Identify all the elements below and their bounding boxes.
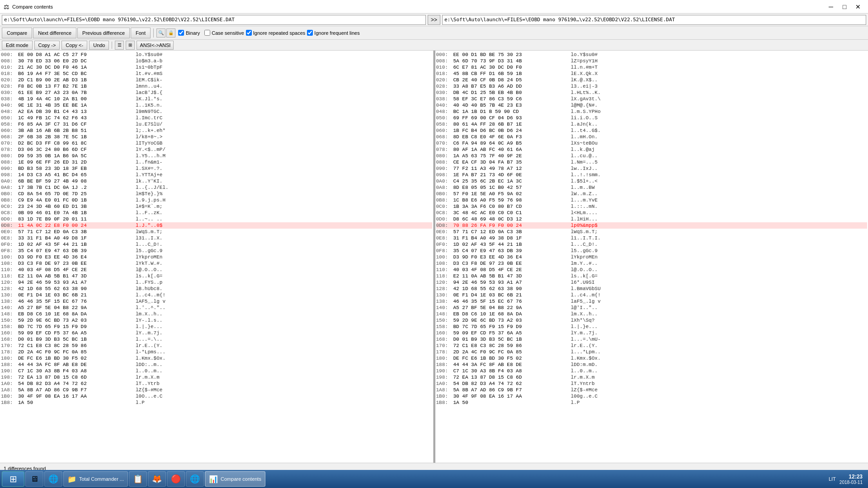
case-sensitive-label[interactable]: Case sensitive: [204, 30, 244, 36]
hex-ascii: lYkproMEn: [136, 254, 162, 260]
taskbar-item-5[interactable]: 🔴: [167, 471, 185, 487]
hex-bytes: 6C E7 81 AC 30 DC D0 F0: [453, 64, 571, 70]
start-button[interactable]: ⊞: [2, 471, 24, 487]
taskbar-item-total-commander[interactable]: 📁 Total Commander ...: [63, 471, 128, 487]
taskbar-item-6[interactable]: 🌐: [186, 471, 204, 487]
copy-left-button[interactable]: Copy <-: [61, 41, 87, 50]
hex-bytes: 45 8B CB FF D1 6B 59 1B: [453, 70, 571, 77]
next-difference-button[interactable]: Next difference: [33, 28, 76, 38]
hex-ascii: l..k.@aj: [571, 146, 595, 153]
hex-ascii: ls..k[.G=: [571, 273, 598, 279]
hex-line: 0C0: 1B 3A 3A F6 C0 80 B7 CD l.::..mN.: [436, 203, 868, 210]
minimize-button[interactable]: ─: [825, 2, 837, 11]
hex-ascii: l.|.}e...: [136, 324, 162, 330]
ignore-frequent-label[interactable]: Ignore frequent lines: [307, 30, 359, 36]
close-button[interactable]: ✕: [852, 2, 864, 11]
hex-line: 090: BD B3 58 23 3D 18 3F EB l.SX#=.?.: [1, 165, 432, 172]
hex-line: 1A0: 54 DB 82 D3 A4 74 72 62 lT..Ytrb: [1, 380, 432, 387]
maximize-button[interactable]: □: [838, 2, 851, 11]
hex-ascii: lX.gAv3t.\: [571, 96, 601, 102]
hex-ascii: lXs~teBOu: [571, 140, 598, 146]
swap-paths-button[interactable]: >>: [428, 15, 440, 25]
hex-ascii: lu.E7SlU/: [136, 121, 162, 127]
hex-line: 188: 44 44 3A FC 8F AB E8 DE lDD:m.mD.: [436, 361, 868, 368]
edit-mode-button[interactable]: Edit mode: [2, 41, 33, 50]
hex-ascii: l..0..m..: [571, 368, 598, 374]
hex-address: 0B8:: [1, 197, 18, 203]
ignore-frequent-checkbox[interactable]: [307, 30, 313, 36]
hex-bytes: 70 88 26 FA F9 F0 00 24: [453, 222, 571, 229]
hex-ascii: l9mN9TGC.: [136, 108, 162, 115]
hex-line: 040: 9E 1E 31 4B 35 EE BE 1A l..1K5.n.: [1, 102, 432, 108]
hex-address: 080:: [436, 153, 453, 159]
hex-bytes: 4B 19 4A 4C 10 2A B1 00: [18, 96, 136, 102]
ansi-button[interactable]: ANSI<->ANSI: [137, 41, 174, 50]
hex-bytes: CE EA CF 3D 04 FA B7 35: [453, 159, 571, 165]
copy-right-button[interactable]: Copy ->: [34, 41, 60, 50]
hex-bytes: 3B AB 16 AB 6B 2B B8 51: [18, 127, 136, 134]
binary-checkbox[interactable]: [178, 30, 184, 36]
hex-address: 158:: [1, 324, 18, 330]
hex-bytes: 9E 1E 31 4B 35 EE BE 1A: [18, 102, 136, 108]
taskbar-item-4[interactable]: 🦊: [148, 471, 166, 487]
hex-ascii: l...C_D!.: [571, 241, 598, 248]
hex-address: 178:: [1, 349, 18, 355]
view-icon2[interactable]: ⊞: [126, 41, 135, 50]
hex-address: 040:: [436, 102, 453, 108]
case-sensitive-checkbox[interactable]: [204, 30, 210, 36]
hex-ascii: l..~.. ..: [136, 216, 162, 222]
view-icon1[interactable]: ☰: [115, 41, 124, 50]
hex-ascii: l31..I.X.: [136, 235, 162, 241]
hex-address: 190:: [436, 368, 453, 374]
hex-line: 028: F8 BC 0B 13 F7 B2 7E 1B lmnn..u4.: [1, 83, 432, 89]
hex-address: 048:: [436, 108, 453, 115]
hex-ascii: l.|.}e...: [571, 324, 598, 330]
hex-ascii: lp0%&mpp$: [571, 222, 598, 229]
hex-line: 050: 1C 49 FB 1C 74 62 F6 43 l.Imc.trC: [1, 115, 432, 121]
hex-line: 180: DE FC E6 1B BD 30 F5 02 l.Kmx.$Ox.: [436, 355, 868, 361]
left-path-input[interactable]: [2, 15, 426, 25]
hex-line: 0E8: 33 31 F1 B4 A0 49 D8 1F l31..I.X.: [1, 235, 432, 241]
toolbar-icon2[interactable]: 🔒: [166, 28, 175, 38]
hex-address: 0C8:: [1, 210, 18, 216]
ignore-spaces-checkbox[interactable]: [246, 30, 252, 36]
hex-line: 1B0: 30 4F 9F 08 EA 16 17 AA l00g..e.C: [436, 393, 868, 399]
hex-address: 008:: [436, 58, 453, 64]
hex-ascii: l.9.j.ps.H: [136, 197, 165, 203]
undo-button[interactable]: Undo: [89, 41, 109, 50]
hex-bytes: D3 9D F0 E3 EE 4D 36 E4: [18, 254, 136, 260]
taskbar-item-compare[interactable]: 📊 Compare contents: [205, 471, 265, 487]
taskbar-item-3[interactable]: 📋: [129, 471, 147, 487]
hex-address: 040:: [1, 102, 18, 108]
hex-line: 020: CB 2E 40 CF 0B D8 24 D5 lK.@.X$..: [436, 77, 868, 83]
hex-bytes: 59 2D 9E 6C BD 73 A2 03: [18, 317, 136, 324]
hex-ascii: lt.#v.#mS: [136, 70, 162, 77]
previous-difference-button[interactable]: Previous difference: [77, 28, 130, 38]
hex-address: 108:: [1, 260, 18, 267]
hex-ascii: li.i.O..S: [571, 115, 598, 121]
hex-bytes: 54 DB 82 D3 A4 74 72 62: [453, 380, 571, 387]
hex-ascii: l.::..mN.: [571, 203, 598, 210]
taskbar-item-1[interactable]: 🌐: [44, 471, 62, 487]
compare-button[interactable]: Compare: [2, 28, 32, 38]
hex-bytes: 30 4F 9F 08 EA 16 17 AA: [18, 393, 136, 399]
toolbar-icon1[interactable]: 🔍: [156, 28, 165, 38]
hex-line: 040: 40 4D 40 B5 7B 4E 23 E3 l@M@.{N#.: [436, 102, 868, 108]
left-hex-content[interactable]: 000: EE 00 D8 A1 AC C5 27 F9 lo.Y$su0#00…: [0, 51, 433, 463]
hex-ascii: l#$=K`.m;: [136, 203, 162, 210]
ignore-spaces-label[interactable]: Ignore repeated spaces: [246, 30, 306, 36]
hex-bytes: D9 59 35 0B 1A B6 9A 5C: [18, 153, 136, 159]
hex-ascii: l...=.\..: [136, 336, 162, 343]
hex-bytes: 14 D3 C3 A5 41 BC D4 65: [18, 172, 136, 178]
right-path-input[interactable]: [442, 15, 866, 25]
taskbar-item-0[interactable]: 🖥: [25, 471, 43, 487]
hex-bytes: F6 85 AA 3F C7 31 D6 CF: [18, 121, 136, 127]
hex-bytes: 44 44 3A FC 8F AB E8 DE: [18, 361, 136, 368]
hex-line: 110: 40 03 4F 08 D5 4F CE 2E l@.O..O..: [1, 267, 432, 273]
hex-line: 190: C7 1C 30 A3 8B F4 03 A8 l..0..m..: [1, 368, 432, 374]
hex-line: 158: BD 7C 7D 65 F9 15 F9 D9 l.|.}e...: [1, 324, 432, 330]
right-hex-content[interactable]: 000: EE 00 D1 BD BE 75 30 23 lo.Y$su0#00…: [435, 51, 868, 463]
hex-line: 188: 44 44 3A FC 8F AB E8 DE lDD:..m..: [1, 361, 432, 368]
hex-line: 168: D0 01 B9 3D B3 5C BC 1B l...=.\mU-: [436, 336, 868, 343]
font-button[interactable]: Font: [131, 28, 151, 38]
